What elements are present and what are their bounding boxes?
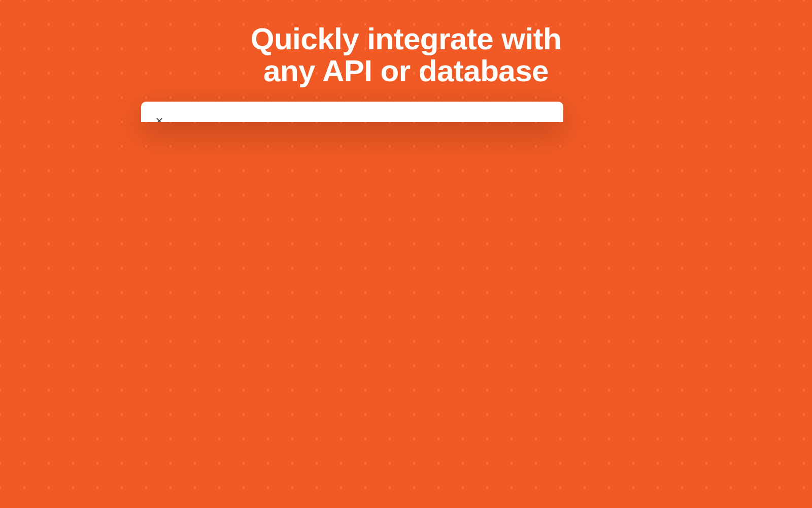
close-button[interactable] (152, 114, 166, 122)
close-icon (155, 116, 164, 122)
headline-line-2: any API or database (0, 55, 812, 87)
datasource-modal: Select a datasource to query or create a… (141, 102, 563, 122)
promo-canvas: Quickly integrate with any API or databa… (0, 0, 812, 508)
headline-line-1: Quickly integrate with (0, 23, 812, 55)
headline: Quickly integrate with any API or databa… (0, 23, 812, 87)
